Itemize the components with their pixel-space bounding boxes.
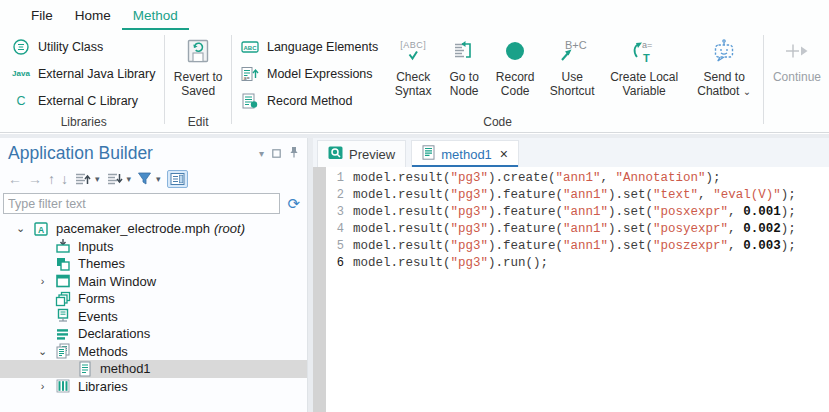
content-area: Application Builder ▾ ← → ↑ ↓ ▾ ▾ (0, 134, 829, 412)
tab-method[interactable]: Method (122, 3, 189, 30)
tree-item-main-window[interactable]: ›Main Window (0, 273, 307, 291)
inputs-icon (53, 238, 73, 254)
code-area[interactable]: 1model.result("pg3").create("ann1", "Ann… (313, 167, 829, 412)
language-elements-button[interactable]: ABC Language Elements (233, 33, 386, 60)
external-c-library-button[interactable]: C External C Library (4, 87, 163, 114)
tree-item-label: Themes (78, 256, 125, 271)
tree-item-themes[interactable]: Themes (0, 255, 307, 273)
check-syntax-button[interactable]: [ABC] Check Syntax (386, 32, 440, 99)
declarations-icon (53, 326, 73, 342)
create-local-variable-label: Create Local Variable (602, 70, 686, 99)
code-line-4[interactable]: 4model.result("pg3").feature("ann1").set… (313, 221, 829, 238)
tree-item-libraries[interactable]: ›Libraries (0, 378, 307, 396)
svg-text:T: T (643, 52, 650, 64)
panel-float-icon[interactable] (272, 146, 281, 161)
group-label-code: Code (233, 115, 762, 129)
code-line-3[interactable]: 3model.result("pg3").feature("ann1").set… (313, 204, 829, 221)
record-method-label: Record Method (267, 94, 352, 108)
continue-label: Continue (773, 70, 821, 84)
panel-title: Application Builder (8, 143, 259, 164)
utility-class-button[interactable]: Utility Class (4, 33, 163, 60)
check-syntax-label: Check Syntax (386, 70, 440, 99)
expand-list-icon[interactable] (106, 171, 123, 187)
tab-file[interactable]: File (20, 3, 64, 30)
tree-item-inputs[interactable]: Inputs (0, 238, 307, 256)
panel-pin-icon[interactable] (289, 146, 299, 161)
continue-button[interactable]: Continue (765, 32, 829, 84)
annotation-strip (313, 167, 326, 412)
chevron-down-icon[interactable]: ▾ (95, 174, 100, 184)
chevron-down-icon[interactable]: ▾ (156, 174, 161, 184)
close-icon[interactable]: × (500, 146, 508, 162)
chevron-collapsed-icon[interactable]: › (32, 380, 53, 392)
external-java-library-button[interactable]: Java External Java Library (4, 60, 163, 87)
collapse-list-icon[interactable] (74, 171, 91, 187)
refresh-icon[interactable]: ⟳ (287, 196, 300, 211)
events-icon (53, 308, 73, 324)
record-method-icon (240, 93, 260, 109)
forward-arrow-icon[interactable]: → (28, 172, 42, 186)
send-to-chatbot-label: Send to Chatbot ⌄ (686, 70, 762, 99)
move-down-icon[interactable]: ↓ (61, 172, 68, 186)
tree-item-label: Events (78, 309, 118, 324)
use-shortcut-icon: B+C (556, 34, 588, 68)
ribbon: File Home Method Utility Class Java Exte… (0, 0, 829, 133)
tree-item-label: Declarations (78, 326, 150, 341)
show-editor-tools-toggle[interactable] (167, 170, 188, 188)
send-to-chatbot-button[interactable]: Send to Chatbot ⌄ (686, 32, 762, 99)
code-line-5[interactable]: 5model.result("pg3").feature("ann1").set… (313, 238, 829, 255)
chevron-expanded-icon[interactable]: ⌄ (32, 345, 53, 358)
tab-method1[interactable]: method1 × (411, 140, 519, 167)
forms-icon (53, 291, 73, 307)
check-syntax-icon: [ABC] (400, 34, 426, 68)
chevron-down-icon: ⌄ (743, 86, 751, 97)
tree-item-forms[interactable]: Forms (0, 290, 307, 308)
panel-menu-icon[interactable]: ▾ (259, 148, 264, 159)
tab-method1-label: method1 (441, 147, 492, 162)
create-local-variable-button[interactable]: a=T Create Local Variable (602, 32, 686, 99)
record-code-button[interactable]: Record Code (488, 32, 542, 99)
move-up-icon[interactable]: ↑ (48, 172, 55, 186)
group-libraries: Utility Class Java External Java Library… (4, 30, 163, 132)
tab-preview[interactable]: Preview (317, 140, 406, 167)
svg-text:a=: a= (642, 40, 652, 50)
group-divider (164, 35, 165, 124)
model-expressions-button[interactable]: a= Model Expressions (233, 60, 386, 87)
record-code-icon (502, 34, 528, 68)
tree-item-suffix: (root) (214, 221, 245, 236)
tree-item-declarations[interactable]: Declarations (0, 325, 307, 343)
tree-item-events[interactable]: Events (0, 308, 307, 326)
code-line-6[interactable]: 6model.result("pg3").run(); (313, 255, 829, 272)
chevron-collapsed-icon[interactable]: › (32, 275, 53, 287)
revert-to-saved-button[interactable]: Revert to Saved (168, 32, 228, 99)
filter-icon[interactable] (137, 171, 152, 186)
tree-item-label: method1 (100, 361, 151, 376)
external-c-library-label: External C Library (38, 94, 138, 108)
line-number: 5 (326, 238, 353, 255)
tree-toolbar: ← → ↑ ↓ ▾ ▾ ▾ (0, 164, 307, 190)
tree-item-methods[interactable]: ⌄Methods (0, 343, 307, 361)
line-number: 1 (326, 170, 353, 187)
svg-text:B+C: B+C (565, 39, 587, 51)
libraries-icon (53, 378, 73, 394)
record-method-button[interactable]: Record Method (233, 87, 386, 114)
code-text: model.result("pg3").run(); (353, 255, 548, 272)
filter-input[interactable] (3, 193, 280, 214)
chevron-down-icon[interactable]: ▾ (127, 174, 132, 184)
code-line-2[interactable]: 2model.result("pg3").feature("ann1").set… (313, 187, 829, 204)
tree-item-pacemaker-electrode-mph[interactable]: ⌄Apacemaker_electrode.mph(root) (0, 220, 307, 238)
use-shortcut-button[interactable]: B+C Use Shortcut (542, 32, 602, 99)
line-number: 6 (326, 255, 353, 272)
preview-icon (328, 145, 343, 163)
back-arrow-icon[interactable]: ← (8, 172, 22, 186)
tree-item-label: Libraries (78, 379, 128, 394)
continue-icon (784, 34, 810, 68)
tab-home[interactable]: Home (64, 3, 122, 30)
group-edit: Revert to Saved Edit (166, 30, 230, 132)
code-line-1[interactable]: 1model.result("pg3").create("ann1", "Ann… (313, 170, 829, 187)
go-to-node-label: Go to Node (440, 70, 488, 99)
go-to-node-button[interactable]: Go to Node (440, 32, 488, 99)
revert-to-saved-icon (184, 34, 212, 68)
chevron-expanded-icon[interactable]: ⌄ (10, 222, 31, 235)
tree-item-method1[interactable]: method1 (0, 360, 307, 378)
